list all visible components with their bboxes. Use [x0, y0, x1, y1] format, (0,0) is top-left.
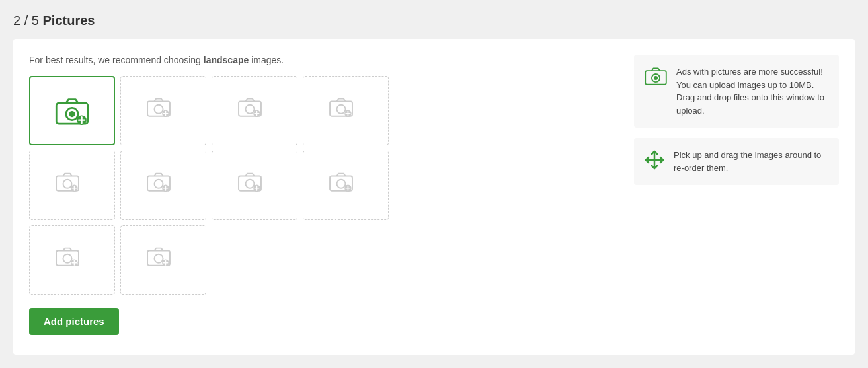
grid-cell-3[interactable] [212, 76, 297, 145]
hint-text: For best results, we recommend choosing … [29, 55, 618, 65]
reorder-info-text: Pick up and drag the images around to re… [674, 149, 828, 174]
camera-add-icon-6 [146, 172, 180, 200]
svg-point-22 [63, 179, 71, 188]
svg-point-42 [63, 254, 71, 262]
camera-add-icon-2 [146, 97, 180, 125]
camera-add-icon-10 [146, 246, 180, 274]
image-grid [29, 76, 618, 295]
svg-point-27 [154, 179, 163, 188]
right-section: Ads with pictures are more successful! Y… [634, 55, 839, 339]
grid-cell-9[interactable] [29, 225, 115, 295]
page-title: 2 / 5 Pictures [13, 13, 855, 28]
upload-info-text: Ads with pictures are more successful! Y… [676, 65, 828, 117]
svg-point-2 [69, 111, 75, 117]
camera-info-icon [645, 67, 667, 87]
camera-add-icon-1 [55, 97, 89, 125]
grid-cell-10[interactable] [120, 225, 206, 295]
left-section: For best results, we recommend choosing … [29, 55, 618, 339]
svg-point-47 [154, 254, 163, 262]
grid-cell-2[interactable] [120, 76, 206, 145]
camera-add-icon-4 [329, 97, 363, 125]
camera-add-icon-9 [55, 246, 89, 274]
svg-point-12 [245, 104, 254, 113]
grid-cell-7[interactable] [212, 151, 297, 220]
grid-cell-4[interactable] [303, 76, 389, 145]
camera-add-icon-7 [237, 172, 272, 200]
drag-icon [645, 150, 664, 172]
svg-point-7 [154, 104, 163, 113]
svg-point-53 [654, 76, 658, 80]
grid-cell-8[interactable] [303, 151, 389, 220]
camera-add-icon-8 [329, 172, 363, 200]
add-pictures-button[interactable]: Add pictures [29, 308, 119, 335]
upload-info-card: Ads with pictures are more successful! Y… [634, 55, 839, 128]
main-card: For best results, we recommend choosing … [13, 39, 855, 355]
camera-add-icon-3 [237, 97, 272, 125]
svg-point-17 [336, 104, 345, 113]
grid-cell-6[interactable] [120, 151, 206, 220]
grid-cell-1[interactable] [29, 76, 115, 145]
reorder-info-card: Pick up and drag the images around to re… [634, 138, 839, 185]
camera-add-icon-5 [55, 172, 89, 200]
grid-cell-5[interactable] [29, 151, 115, 220]
svg-point-37 [336, 179, 345, 188]
svg-point-32 [245, 179, 254, 188]
